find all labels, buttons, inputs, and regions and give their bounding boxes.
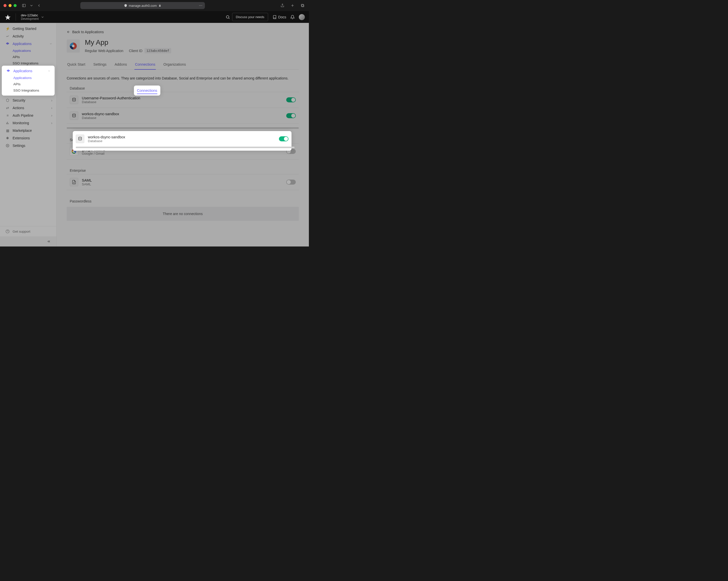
discuss-label: Discuss your needs [236,15,264,19]
lock-icon [5,68,9,72]
chevron-right-icon: › [51,113,52,117]
tab-settings[interactable]: Settings [93,59,107,70]
sidebar-item-branding[interactable]: ✎ Branding › [0,89,56,96]
minimize-window-icon[interactable] [8,4,11,7]
sidebar-item-label: Settings [12,144,25,148]
building-icon [5,76,9,80]
connection-toggle[interactable] [286,97,296,102]
chevron-right-icon: › [51,98,52,102]
svg-rect-6 [302,5,304,7]
svg-point-23 [72,45,75,47]
sidebar-item-label: Getting Started [12,27,36,31]
connection-toggle[interactable] [286,149,296,154]
app-header: dev-123abc Development Discuss your need… [0,11,309,23]
back-label: Back to Applications [72,30,104,34]
support-label: Get support [12,230,30,233]
connection-type: SAML [82,182,92,186]
collapse-sidebar-button[interactable] [0,237,56,247]
main-content: Back to Applications My App Regular Web … [57,23,309,247]
tabs-overview-icon[interactable] [300,3,305,7]
book-icon [272,15,277,19]
window-controls [3,4,17,7]
client-id-label: Client ID [129,49,142,53]
sidebar-item-settings[interactable]: Settings [0,142,56,149]
sidebar-item-monitoring[interactable]: Monitoring › [0,119,56,127]
sidebar-item-user-management[interactable]: User Management › [0,82,56,89]
chevron-right-icon: › [51,121,52,125]
connection-name: workos-dsync-sandbox [82,112,119,116]
tab-addons[interactable]: Addons [114,59,127,70]
chevron-down-icon [49,42,52,45]
connection-type: Google / Gmail [82,152,105,156]
search-icon[interactable] [224,15,232,19]
svg-rect-16 [7,122,8,124]
database-icon [70,95,78,104]
sidebar-item-organizations[interactable]: Organizations [0,74,56,82]
connection-row[interactable]: google-oauth2 Google / Gmail [67,144,299,160]
docs-link[interactable]: Docs [270,15,288,19]
svg-rect-0 [22,4,25,7]
more-icon[interactable]: ⋯ [199,3,202,7]
tab-connections[interactable]: Connections [134,59,156,70]
section-social-label: Social [67,136,299,143]
connection-row[interactable]: Username-Password-Authentication Databas… [67,92,299,108]
sidebar-sub-sso[interactable]: SSO Integrations [12,60,56,66]
tab-organizations[interactable]: Organizations [163,59,186,70]
chevron-right-icon: › [51,91,52,95]
app-type: Regular Web Application [85,49,123,53]
sidebar-item-extensions[interactable]: ✱ Extensions [0,134,56,142]
chevrons-left-icon [47,240,51,244]
svg-rect-7 [301,4,304,6]
connection-toggle[interactable] [286,113,296,118]
auth0-logo[interactable] [0,14,16,20]
tenant-switcher[interactable]: dev-123abc Development [16,13,46,21]
sidebar-item-label: Auth Pipeline [12,113,33,117]
connection-row[interactable]: SAML SAML [67,174,299,190]
chevron-down-icon[interactable] [29,3,34,7]
browser-toolbar: manage.auth0.com ⋯ [0,0,309,11]
shield-lock-icon [124,4,127,7]
sidebar-item-actions[interactable]: ⇄ Actions › [0,104,56,112]
sidebar-item-auth-pipeline[interactable]: ≡ Auth Pipeline › [0,112,56,119]
share-icon[interactable] [280,3,285,7]
shield-icon [5,98,9,102]
sidebar-sub-applications[interactable]: Applications [12,48,56,54]
connection-toggle[interactable] [286,179,296,185]
back-to-applications-link[interactable]: Back to Applications [67,30,104,34]
sidebar-sub-apis[interactable]: APIs [12,54,56,60]
sidebar-item-applications[interactable]: Applications [0,40,56,48]
page-title: My App [85,38,171,47]
maximize-window-icon[interactable] [14,4,17,7]
svg-line-9 [229,18,229,19]
sidebar-item-getting-started[interactable]: ⚡ Getting Started [0,25,56,32]
notifications-icon[interactable] [288,15,297,19]
sidebar-item-authentication[interactable]: Authentication › [0,66,56,74]
document-icon [70,178,78,186]
arrow-left-icon [67,30,70,34]
avatar[interactable] [299,14,305,20]
lock-icon [158,4,161,7]
discuss-needs-button[interactable]: Discuss your needs [232,13,268,21]
section-database-label: Database [67,85,299,92]
sidebar-item-marketplace[interactable]: ▦ Marketplace [0,127,56,134]
client-id-value[interactable]: 123abc456def [145,48,171,53]
sidebar-item-security[interactable]: Security › [0,96,56,104]
close-window-icon[interactable] [3,4,6,7]
connection-row[interactable]: workos-dsync-sandbox Database [67,108,299,124]
sidebar-item-activity[interactable]: Activity [0,32,56,40]
connection-name: Username-Password-Authentication [82,96,140,100]
sidebar-item-label: Marketplace [12,129,32,133]
help-icon [5,229,9,233]
url-bar[interactable]: manage.auth0.com ⋯ [80,2,205,9]
docs-label: Docs [278,15,286,19]
new-tab-icon[interactable] [290,3,295,7]
get-support-link[interactable]: Get support [0,226,56,237]
sidebar: ⚡ Getting Started Activity Applications [0,23,57,247]
svg-rect-15 [6,123,7,124]
scroll-indicator [67,127,299,129]
tab-quick-start[interactable]: Quick Start [67,59,86,70]
sidebar-item-label: Activity [12,34,24,38]
back-icon[interactable] [36,3,42,7]
sidebar-toggle-icon[interactable] [21,3,27,7]
chevron-right-icon: › [51,106,52,110]
